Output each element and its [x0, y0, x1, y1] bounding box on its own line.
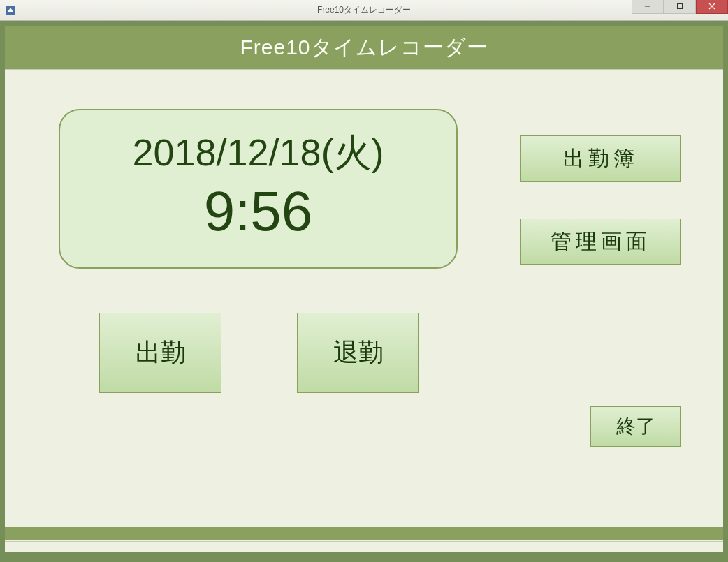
- admin-screen-button[interactable]: 管理画面: [520, 219, 681, 265]
- footer-band: [5, 527, 723, 540]
- window-controls: [632, 0, 728, 14]
- titlebar: Free10タイムレコーダー: [0, 0, 728, 21]
- status-bar: [5, 541, 723, 552]
- content-area: 2018/12/18(火) 9:56 出勤 退勤 出勤簿 管理画面 終了: [5, 69, 723, 552]
- minimize-icon: [644, 3, 651, 10]
- clock-time: 9:56: [204, 175, 313, 248]
- app-header: Free10タイムレコーダー: [5, 26, 723, 69]
- app-title: Free10タイムレコーダー: [240, 34, 488, 62]
- app-icon: [5, 5, 16, 16]
- window-body: Free10タイムレコーダー 2018/12/18(火) 9:56 出勤 退勤 …: [0, 21, 728, 562]
- clock-date: 2018/12/18(火): [132, 130, 384, 175]
- window-title: Free10タイムレコーダー: [317, 4, 411, 16]
- svg-rect-2: [678, 4, 683, 9]
- clock-in-button[interactable]: 出勤: [99, 313, 221, 393]
- clock-out-button[interactable]: 退勤: [297, 313, 419, 393]
- maximize-icon: [676, 3, 683, 10]
- close-icon: [708, 3, 715, 10]
- close-button[interactable]: [696, 0, 728, 14]
- clock-panel: 2018/12/18(火) 9:56: [59, 109, 458, 269]
- minimize-button[interactable]: [632, 0, 664, 14]
- exit-button[interactable]: 終了: [590, 406, 681, 447]
- maximize-button[interactable]: [664, 0, 696, 14]
- attendance-book-button[interactable]: 出勤簿: [520, 135, 681, 182]
